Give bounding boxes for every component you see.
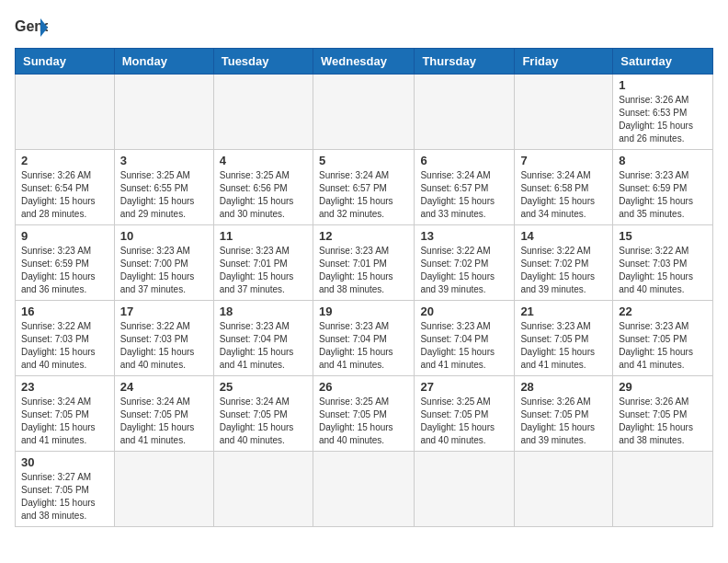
day-cell: 16Sunrise: 3:22 AM Sunset: 7:03 PM Dayli… — [16, 301, 115, 376]
day-cell: 17Sunrise: 3:22 AM Sunset: 7:03 PM Dayli… — [114, 301, 213, 376]
day-info: Sunrise: 3:23 AM Sunset: 6:59 PM Dayligh… — [21, 245, 108, 296]
logo: General — [15, 15, 51, 40]
day-cell — [313, 452, 414, 527]
weekday-header-row: SundayMondayTuesdayWednesdayThursdayFrid… — [16, 49, 713, 75]
day-info: Sunrise: 3:25 AM Sunset: 7:05 PM Dayligh… — [319, 396, 408, 447]
day-number: 29 — [619, 380, 707, 394]
day-number: 14 — [520, 229, 607, 243]
day-info: Sunrise: 3:22 AM Sunset: 7:03 PM Dayligh… — [120, 320, 208, 372]
page-header: General — [15, 15, 713, 40]
day-number: 3 — [120, 154, 208, 167]
day-cell: 15Sunrise: 3:22 AM Sunset: 7:03 PM Dayli… — [613, 225, 713, 301]
day-info: Sunrise: 3:23 AM Sunset: 7:05 PM Dayligh… — [619, 320, 707, 372]
day-cell: 24Sunrise: 3:24 AM Sunset: 7:05 PM Dayli… — [114, 376, 213, 452]
day-cell: 11Sunrise: 3:23 AM Sunset: 7:01 PM Dayli… — [213, 225, 313, 301]
day-cell: 21Sunrise: 3:23 AM Sunset: 7:05 PM Dayli… — [515, 301, 613, 376]
day-number: 7 — [520, 154, 607, 167]
day-cell: 23Sunrise: 3:24 AM Sunset: 7:05 PM Dayli… — [16, 376, 115, 452]
day-info: Sunrise: 3:23 AM Sunset: 7:04 PM Dayligh… — [420, 320, 508, 372]
day-cell: 19Sunrise: 3:23 AM Sunset: 7:04 PM Dayli… — [313, 301, 414, 376]
day-number: 4 — [220, 154, 307, 167]
day-info: Sunrise: 3:25 AM Sunset: 6:55 PM Dayligh… — [120, 169, 208, 221]
day-number: 12 — [319, 229, 408, 243]
day-cell: 9Sunrise: 3:23 AM Sunset: 6:59 PM Daylig… — [16, 225, 115, 301]
day-cell — [213, 75, 313, 150]
day-info: Sunrise: 3:26 AM Sunset: 6:53 PM Dayligh… — [619, 94, 707, 145]
day-number: 11 — [220, 229, 307, 243]
day-number: 27 — [420, 380, 508, 394]
day-cell: 13Sunrise: 3:22 AM Sunset: 7:02 PM Dayli… — [415, 225, 515, 301]
day-cell: 10Sunrise: 3:23 AM Sunset: 7:00 PM Dayli… — [114, 225, 213, 301]
day-info: Sunrise: 3:23 AM Sunset: 7:04 PM Dayligh… — [220, 320, 307, 372]
day-cell: 30Sunrise: 3:27 AM Sunset: 7:05 PM Dayli… — [16, 452, 115, 527]
calendar-table: SundayMondayTuesdayWednesdayThursdayFrid… — [15, 48, 713, 527]
day-cell: 20Sunrise: 3:23 AM Sunset: 7:04 PM Dayli… — [415, 301, 515, 376]
day-cell: 4Sunrise: 3:25 AM Sunset: 6:56 PM Daylig… — [213, 150, 313, 225]
day-cell: 26Sunrise: 3:25 AM Sunset: 7:05 PM Dayli… — [313, 376, 414, 452]
day-info: Sunrise: 3:26 AM Sunset: 7:05 PM Dayligh… — [520, 396, 607, 447]
day-info: Sunrise: 3:24 AM Sunset: 6:58 PM Dayligh… — [520, 169, 607, 221]
day-number: 19 — [319, 304, 408, 318]
day-number: 15 — [619, 229, 707, 243]
day-cell: 7Sunrise: 3:24 AM Sunset: 6:58 PM Daylig… — [515, 150, 613, 225]
day-info: Sunrise: 3:22 AM Sunset: 7:02 PM Dayligh… — [520, 245, 607, 296]
day-number: 6 — [420, 154, 508, 167]
day-cell — [515, 452, 613, 527]
day-number: 28 — [520, 380, 607, 394]
day-info: Sunrise: 3:24 AM Sunset: 7:05 PM Dayligh… — [220, 396, 307, 447]
day-cell: 14Sunrise: 3:22 AM Sunset: 7:02 PM Dayli… — [515, 225, 613, 301]
day-info: Sunrise: 3:23 AM Sunset: 7:01 PM Dayligh… — [220, 245, 307, 296]
day-cell: 6Sunrise: 3:24 AM Sunset: 6:57 PM Daylig… — [415, 150, 515, 225]
day-cell: 28Sunrise: 3:26 AM Sunset: 7:05 PM Dayli… — [515, 376, 613, 452]
week-row-6: 30Sunrise: 3:27 AM Sunset: 7:05 PM Dayli… — [16, 452, 713, 527]
day-info: Sunrise: 3:22 AM Sunset: 7:03 PM Dayligh… — [619, 245, 707, 296]
weekday-header-tuesday: Tuesday — [213, 49, 313, 75]
day-number: 13 — [420, 229, 508, 243]
day-number: 24 — [120, 380, 208, 394]
day-cell — [16, 75, 115, 150]
day-number: 5 — [319, 154, 408, 167]
logo-icon: General — [15, 15, 48, 40]
day-cell: 29Sunrise: 3:26 AM Sunset: 7:05 PM Dayli… — [613, 376, 713, 452]
day-cell — [313, 75, 414, 150]
day-cell — [415, 75, 515, 150]
day-cell — [613, 452, 713, 527]
day-info: Sunrise: 3:26 AM Sunset: 7:05 PM Dayligh… — [619, 396, 707, 447]
day-number: 30 — [21, 455, 108, 469]
weekday-header-thursday: Thursday — [415, 49, 515, 75]
day-info: Sunrise: 3:25 AM Sunset: 7:05 PM Dayligh… — [420, 396, 508, 447]
day-number: 8 — [619, 154, 707, 167]
day-cell: 3Sunrise: 3:25 AM Sunset: 6:55 PM Daylig… — [114, 150, 213, 225]
day-number: 23 — [21, 380, 108, 394]
day-info: Sunrise: 3:23 AM Sunset: 7:04 PM Dayligh… — [319, 320, 408, 372]
day-number: 9 — [21, 229, 108, 243]
day-cell — [114, 452, 213, 527]
day-info: Sunrise: 3:24 AM Sunset: 6:57 PM Dayligh… — [420, 169, 508, 221]
day-cell: 8Sunrise: 3:23 AM Sunset: 6:59 PM Daylig… — [613, 150, 713, 225]
day-info: Sunrise: 3:23 AM Sunset: 7:05 PM Dayligh… — [520, 320, 607, 372]
day-number: 22 — [619, 304, 707, 318]
day-number: 1 — [619, 78, 707, 92]
day-number: 26 — [319, 380, 408, 394]
day-number: 2 — [21, 154, 108, 167]
day-cell: 25Sunrise: 3:24 AM Sunset: 7:05 PM Dayli… — [213, 376, 313, 452]
day-cell — [213, 452, 313, 527]
day-number: 17 — [120, 304, 208, 318]
day-info: Sunrise: 3:27 AM Sunset: 7:05 PM Dayligh… — [21, 471, 108, 523]
day-info: Sunrise: 3:23 AM Sunset: 6:59 PM Dayligh… — [619, 169, 707, 221]
day-cell — [515, 75, 613, 150]
day-number: 25 — [220, 380, 307, 394]
day-number: 16 — [21, 304, 108, 318]
weekday-header-wednesday: Wednesday — [313, 49, 414, 75]
day-number: 20 — [420, 304, 508, 318]
day-info: Sunrise: 3:23 AM Sunset: 7:00 PM Dayligh… — [120, 245, 208, 296]
week-row-1: 1Sunrise: 3:26 AM Sunset: 6:53 PM Daylig… — [16, 75, 713, 150]
day-cell — [114, 75, 213, 150]
day-info: Sunrise: 3:24 AM Sunset: 7:05 PM Dayligh… — [120, 396, 208, 447]
day-info: Sunrise: 3:23 AM Sunset: 7:01 PM Dayligh… — [319, 245, 408, 296]
day-cell: 2Sunrise: 3:26 AM Sunset: 6:54 PM Daylig… — [16, 150, 115, 225]
day-cell: 18Sunrise: 3:23 AM Sunset: 7:04 PM Dayli… — [213, 301, 313, 376]
day-number: 21 — [520, 304, 607, 318]
day-cell: 22Sunrise: 3:23 AM Sunset: 7:05 PM Dayli… — [613, 301, 713, 376]
week-row-2: 2Sunrise: 3:26 AM Sunset: 6:54 PM Daylig… — [16, 150, 713, 225]
